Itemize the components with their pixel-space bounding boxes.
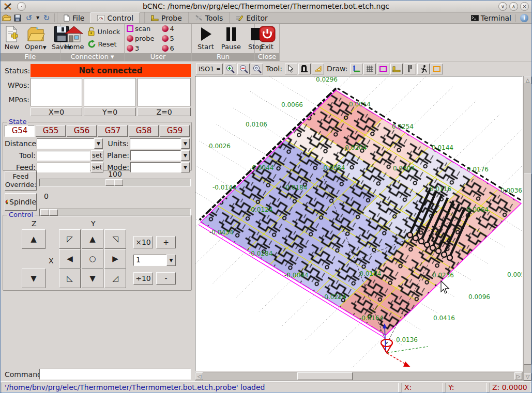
jog-x-minus-button[interactable]: ◀ (59, 249, 81, 269)
mpos-label: MPos: (5, 96, 29, 104)
unlock-button[interactable]: Unlock (87, 27, 120, 36)
scroll-right-icon[interactable]: ▷ (514, 372, 522, 380)
exit-button[interactable]: Exit (257, 25, 278, 51)
tool-set-button[interactable]: set (91, 150, 103, 161)
zero-x-button[interactable]: X=0 (31, 107, 82, 116)
jog-z-down-button[interactable]: ▼ (22, 269, 45, 288)
scroll-up-icon[interactable]: △ (524, 76, 531, 84)
user-button-scan[interactable]: scan (127, 25, 155, 33)
ruler-tool-button[interactable] (312, 64, 324, 74)
draw-margins-button[interactable] (377, 64, 389, 74)
wcs-button-g59[interactable]: G59 (160, 125, 190, 137)
terminal-button[interactable]: Terminal (471, 14, 511, 22)
open-folder-icon (2, 14, 11, 22)
scroll-left-icon[interactable]: ◁ (195, 372, 203, 380)
wcs-button-g54[interactable]: G54 (5, 125, 35, 137)
jog-origin-button[interactable]: ○ (82, 249, 103, 269)
open-quick-button[interactable] (1, 12, 12, 23)
running-man-icon (420, 65, 427, 73)
home-button[interactable]: Home (63, 25, 85, 51)
step-div10-button[interactable]: ÷10 (133, 272, 153, 285)
wcs-button-g57[interactable]: G57 (98, 125, 128, 137)
probe-value-label: 0.0304 (393, 165, 415, 172)
hscroll-thumb[interactable] (297, 372, 353, 380)
tab-control[interactable]: Control (90, 12, 140, 23)
draw-ruler-button[interactable] (390, 64, 403, 74)
gantry-tool-button[interactable] (298, 64, 311, 74)
save-quick-button[interactable] (12, 12, 23, 23)
info-icon[interactable]: i (520, 14, 528, 22)
ruler-icon (392, 65, 401, 72)
user-button-4[interactable]: 4 (162, 25, 174, 33)
zoom-out-button[interactable] (237, 64, 250, 74)
jog-xy-ne-button[interactable]: ◹ (104, 229, 126, 249)
wcs-button-g55[interactable]: G55 (36, 125, 66, 137)
draw-probe-button[interactable] (404, 64, 416, 74)
draw-workarea-button[interactable] (431, 64, 443, 74)
units-combobox[interactable]: ▼ (130, 138, 190, 149)
canvas-hscrollbar[interactable]: ◁ ▷ (195, 372, 523, 381)
jog-xy-se-button[interactable]: ◿ (104, 269, 126, 288)
tab-editor[interactable]: Editor (229, 12, 273, 23)
jog-xy-sw-button[interactable]: ◺ (59, 269, 81, 288)
draw-mode-label: Draw: (327, 65, 348, 73)
user-button-probe[interactable]: probe (127, 35, 155, 42)
tab-file[interactable]: File (57, 12, 90, 23)
vscroll-thumb[interactable] (524, 174, 531, 365)
draw-axes-button[interactable] (350, 64, 362, 74)
canvas-vscrollbar[interactable]: △ ▽ (523, 76, 532, 381)
probe-value-label: 0.0106 (246, 121, 267, 128)
tab-tools[interactable]: Tools (188, 12, 230, 23)
select-arrow-icon (287, 65, 294, 73)
redo-button[interactable]: ↻ (41, 12, 52, 23)
feed-override-button[interactable]: Feed Override: (5, 171, 37, 191)
probe-value-label: 0.0116 (430, 185, 451, 193)
jog-z-up-button[interactable]: ▲ (22, 229, 45, 249)
jog-y-plus-button[interactable]: ▲ (82, 229, 103, 249)
file-page-icon (64, 14, 70, 22)
reset-button[interactable]: Reset (87, 40, 120, 49)
jog-y-minus-button[interactable]: ▼ (82, 269, 103, 288)
zero-y-button[interactable]: Y=0 (84, 107, 136, 116)
zero-z-button[interactable]: Z=0 (138, 107, 191, 116)
triangle-ruler-icon (314, 65, 322, 72)
gcode-canvas[interactable]: 0.02960.00140.02540.01440.01760.00360.00… (195, 76, 523, 371)
probe-value-label: 0.0056 (507, 271, 522, 278)
tool-input[interactable] (37, 151, 90, 161)
zoom-in-button[interactable] (224, 64, 236, 74)
probe-value-label: 0.0014 (349, 101, 371, 108)
command-label: Command: (5, 370, 44, 379)
zoom-fit-button[interactable] (251, 64, 263, 74)
step-dropdown-icon[interactable]: ▼ (166, 255, 176, 266)
view-combobox[interactable]: ISO1▬ (196, 64, 223, 74)
jog-x-plus-button[interactable]: ▶ (104, 249, 126, 269)
step-mul10-button[interactable]: ×10 (133, 236, 153, 248)
draw-paths-button[interactable] (417, 64, 430, 74)
distance-combobox[interactable]: ▼ (37, 138, 103, 149)
wcs-button-g58[interactable]: G58 (129, 125, 159, 137)
wcs-button-g56[interactable]: G56 (67, 125, 97, 137)
feed-label: Feed: (5, 163, 36, 171)
start-button[interactable]: Start (196, 25, 216, 51)
new-button[interactable]: New (3, 25, 21, 51)
user-button-3[interactable]: 3 (127, 44, 155, 52)
select-tool-button[interactable] (285, 64, 297, 74)
command-input[interactable] (39, 369, 191, 380)
pause-button[interactable]: Pause (220, 25, 242, 51)
scroll-down-icon[interactable]: ▽ (524, 373, 531, 381)
step-minus-button[interactable]: - (156, 272, 176, 285)
draw-grid-button[interactable] (363, 64, 376, 74)
user-button-6[interactable]: 6 (162, 44, 174, 52)
tab-probe[interactable]: Probe (144, 12, 188, 23)
plane-combobox[interactable]: ▼ (130, 150, 190, 161)
step-plus-button[interactable]: + (156, 236, 176, 248)
spindle-button[interactable]: Spindle (5, 193, 37, 211)
feed-override-slider[interactable] (39, 179, 191, 186)
step-combobox[interactable]: 1 ▼ (133, 255, 176, 266)
probe-value-label: 0.0096 (468, 293, 490, 301)
open-button[interactable]: Open▼ (23, 25, 48, 51)
undo-button[interactable]: ↺ (23, 12, 35, 23)
undo-list-dropdown[interactable]: ▼ (35, 12, 41, 23)
user-button-5[interactable]: 5 (162, 35, 174, 42)
jog-xy-nw-button[interactable]: ◸ (59, 229, 81, 249)
